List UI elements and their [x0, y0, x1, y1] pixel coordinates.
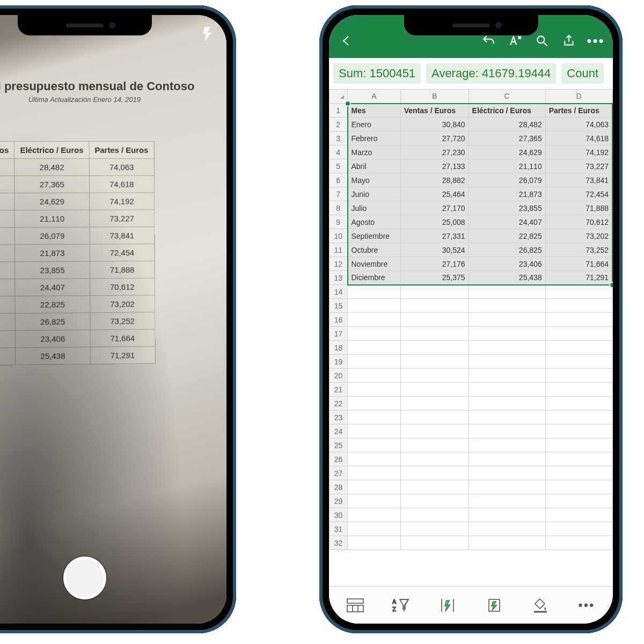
cell[interactable]: Ventas / Euros — [400, 104, 469, 118]
cell[interactable] — [545, 536, 612, 550]
row-header[interactable]: 13 — [330, 271, 348, 285]
cell[interactable] — [400, 327, 469, 341]
table-format-icon[interactable] — [342, 592, 369, 619]
cell[interactable]: Marzo — [348, 145, 401, 159]
cell[interactable] — [348, 299, 401, 313]
cell[interactable]: Noviembre — [348, 257, 401, 271]
cell[interactable] — [400, 285, 469, 299]
cell[interactable] — [545, 313, 612, 327]
cell[interactable]: 25,375 — [400, 271, 469, 285]
cell[interactable]: 73,227 — [545, 159, 612, 173]
cell[interactable]: Eléctrico / Euros — [469, 104, 545, 118]
cell[interactable] — [469, 425, 545, 438]
cell[interactable] — [348, 327, 401, 341]
cell[interactable]: 71,291 — [545, 271, 612, 285]
row-header[interactable]: 8 — [330, 201, 348, 215]
cell[interactable] — [545, 383, 612, 397]
cell[interactable] — [348, 508, 401, 522]
row-header[interactable]: 17 — [330, 327, 348, 341]
cell[interactable]: Mes — [348, 104, 401, 118]
cell[interactable]: 23,406 — [469, 257, 545, 271]
shutter-button[interactable] — [63, 557, 106, 599]
cell[interactable] — [400, 452, 469, 466]
cell[interactable] — [348, 285, 401, 299]
cell[interactable]: 25,008 — [400, 215, 469, 229]
row-header[interactable]: 10 — [330, 229, 348, 243]
cell[interactable] — [469, 522, 545, 536]
cell[interactable] — [469, 355, 545, 369]
cell[interactable]: Mayo — [348, 173, 401, 187]
insert-data-icon[interactable] — [481, 592, 508, 619]
row-header[interactable]: 22 — [330, 397, 348, 411]
selection-handle-tl[interactable] — [345, 100, 351, 107]
cell[interactable] — [545, 369, 612, 383]
row-header[interactable]: 2 — [330, 118, 348, 131]
cell[interactable]: 74,192 — [545, 145, 612, 159]
stat-count[interactable]: Count — [561, 63, 604, 84]
row-header[interactable]: 21 — [330, 383, 348, 397]
stat-sum[interactable]: Sum: 1500451 — [333, 63, 421, 84]
cell[interactable] — [400, 522, 469, 536]
cell[interactable]: Febrero — [348, 131, 401, 145]
cell[interactable] — [469, 466, 545, 480]
row-header[interactable]: 4 — [330, 145, 348, 159]
cell[interactable] — [469, 327, 545, 341]
cell[interactable] — [348, 341, 401, 355]
cell[interactable] — [348, 369, 401, 383]
cell[interactable] — [545, 327, 612, 341]
cell[interactable]: 22,825 — [469, 229, 545, 243]
cell[interactable] — [545, 397, 612, 411]
cell[interactable] — [400, 425, 469, 438]
row-header[interactable]: 20 — [330, 369, 348, 383]
row-header[interactable]: 24 — [330, 425, 348, 438]
cell[interactable] — [469, 313, 545, 327]
cell[interactable]: Junio — [348, 187, 401, 201]
cell[interactable] — [545, 299, 612, 313]
cell[interactable]: Abril — [348, 159, 401, 173]
cell[interactable] — [400, 508, 469, 522]
cell[interactable] — [348, 383, 401, 397]
cell[interactable]: 21,873 — [469, 187, 545, 201]
cell[interactable]: Julio — [348, 201, 401, 215]
cell[interactable]: 27,331 — [400, 229, 469, 243]
cell[interactable] — [469, 285, 545, 299]
col-header-A[interactable]: A — [348, 90, 401, 104]
cell[interactable]: 74,063 — [545, 118, 612, 131]
cell[interactable] — [400, 536, 469, 550]
cell[interactable] — [348, 480, 401, 494]
cell[interactable] — [400, 411, 469, 425]
sort-filter-icon[interactable]: A Z — [388, 592, 415, 619]
row-header[interactable]: 30 — [330, 508, 348, 522]
cell[interactable]: 73,202 — [545, 229, 612, 243]
row-header[interactable]: 32 — [330, 536, 348, 550]
cell[interactable] — [469, 411, 545, 425]
cell[interactable]: 24,407 — [469, 215, 545, 229]
row-header[interactable]: 9 — [330, 215, 348, 229]
cell[interactable] — [545, 452, 612, 466]
cell[interactable] — [469, 397, 545, 411]
cell[interactable]: 27,230 — [400, 145, 469, 159]
row-header[interactable]: 3 — [330, 131, 348, 145]
row-header[interactable]: 29 — [330, 494, 348, 508]
cell[interactable]: 26,825 — [469, 243, 545, 257]
col-header-B[interactable]: B — [400, 90, 469, 104]
flash-icon[interactable] — [201, 25, 215, 45]
cell[interactable] — [469, 452, 545, 466]
cell[interactable]: Partes / Euros — [545, 104, 612, 118]
row-header[interactable]: 14 — [330, 285, 348, 299]
cell[interactable]: 30,840 — [400, 118, 469, 131]
cell[interactable] — [469, 494, 545, 508]
cell[interactable]: Septiembre — [348, 229, 401, 243]
cell[interactable]: 27,176 — [400, 257, 469, 271]
cell[interactable]: 21,110 — [469, 159, 545, 173]
cell[interactable] — [545, 466, 612, 480]
cell[interactable]: 28,482 — [469, 118, 545, 131]
selection-handle-br[interactable] — [609, 282, 613, 288]
cell[interactable] — [469, 536, 545, 550]
cell[interactable] — [348, 313, 401, 327]
cell[interactable] — [348, 425, 401, 438]
cell[interactable] — [348, 438, 401, 452]
cell[interactable] — [400, 438, 469, 452]
cell[interactable] — [348, 466, 401, 480]
cell[interactable] — [400, 355, 469, 369]
